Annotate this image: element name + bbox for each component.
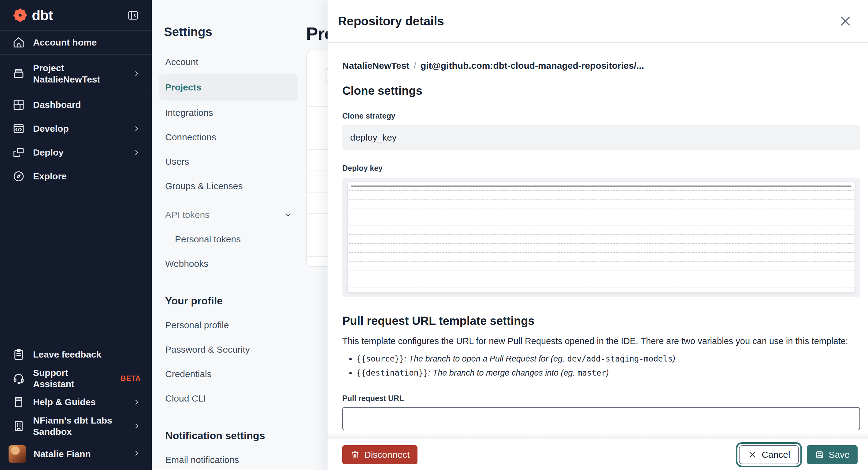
source-example: dev/add-staging-models	[567, 354, 672, 363]
sidebar-item-label: Dashboard	[33, 99, 81, 111]
pr-template-variables: {{source}}: The branch to open a Pull Re…	[346, 352, 860, 380]
chevron-right-icon	[133, 449, 141, 459]
source-desc: The branch to open a Pull Request for (e…	[409, 354, 565, 363]
settings-nav-api-tokens[interactable]: API tokens	[159, 203, 298, 227]
save-label: Save	[829, 449, 850, 460]
destination-var: {{destination}}	[356, 368, 428, 377]
home-icon	[12, 36, 25, 49]
dbt-logo[interactable]: dbt	[12, 7, 53, 24]
destination-example: master	[578, 368, 606, 377]
chevron-right-icon	[133, 398, 141, 406]
sidebar-logo-row: dbt	[0, 0, 152, 31]
sidebar-item-explore[interactable]: Explore	[0, 164, 152, 188]
sidebar-item-deploy[interactable]: Deploy	[0, 141, 152, 164]
headset-icon	[12, 372, 25, 385]
chevron-right-icon	[133, 125, 141, 133]
footer-actions: Cancel Save	[739, 445, 858, 464]
sidebar-user-menu[interactable]: Natalie Fiann	[0, 438, 152, 470]
user-avatar	[8, 445, 26, 463]
disconnect-button[interactable]: Disconnect	[342, 445, 417, 464]
sidebar-item-label: Project NatalieNewTest	[33, 62, 100, 85]
sidebar-item-project[interactable]: Project NatalieNewTest	[0, 55, 152, 93]
chevron-right-icon	[133, 70, 141, 78]
nav-label: Personal tokens	[175, 234, 241, 244]
breadcrumb-repo: git@github.com:dbt-cloud-managed-reposit…	[421, 61, 644, 71]
nav-label: Account	[165, 57, 198, 67]
settings-nav-email-notifications[interactable]: Email notifications	[159, 448, 298, 470]
nav-label: Personal profile	[165, 320, 229, 330]
settings-nav-webhooks[interactable]: Webhooks	[159, 251, 298, 276]
nav-label: Password & Security	[165, 344, 250, 355]
close-button[interactable]	[839, 14, 852, 28]
dashboard-icon	[12, 98, 25, 111]
nav-label: Connections	[165, 132, 216, 142]
settings-nav-credentials[interactable]: Credentials	[159, 362, 298, 386]
disconnect-label: Disconnect	[364, 449, 409, 460]
settings-nav-connections[interactable]: Connections	[159, 125, 298, 149]
repository-details-panel: Repository details NatalieNewTest/git@gi…	[328, 0, 868, 470]
deploy-key-label: Deploy key	[342, 164, 860, 173]
pull-request-url-input[interactable]	[342, 407, 860, 430]
deploy-key-redacted-image	[348, 182, 855, 293]
deploy-windows-icon	[12, 146, 25, 159]
nav-label: Webhooks	[165, 259, 208, 269]
sidebar-item-account-sandbox[interactable]: NFiann's dbt Labs Sandbox	[0, 414, 152, 438]
settings-nav-password-security[interactable]: Password & Security	[159, 337, 298, 362]
panel-body: NatalieNewTest/git@github.com:dbt-cloud-…	[328, 43, 868, 439]
deploy-key-redacted-line	[351, 186, 851, 187]
nav-label: API tokens	[165, 210, 210, 220]
settings-heading: Settings	[164, 25, 317, 39]
sidebar-item-label: Help & Guides	[33, 396, 96, 408]
nav-label: Cloud CLI	[165, 393, 206, 404]
nav-label: Integrations	[165, 108, 213, 118]
save-button[interactable]: Save	[807, 445, 858, 464]
close-icon	[747, 450, 757, 460]
clone-strategy-label: Clone strategy	[342, 111, 860, 121]
your-profile-heading: Your profile	[165, 295, 317, 307]
sidebar-item-help-guides[interactable]: Help & Guides	[0, 390, 152, 414]
pr-variable-destination: {{destination}}: The branch to merge cha…	[356, 366, 860, 380]
cancel-button[interactable]: Cancel	[739, 445, 799, 464]
sidebar-item-label: NFiann's dbt Labs Sandbox	[33, 415, 125, 438]
dbt-star-icon	[12, 7, 28, 23]
user-name: Natalie Fiann	[34, 449, 91, 459]
nav-label: Projects	[165, 82, 201, 93]
clone-strategy-text: deploy_key	[350, 132, 397, 143]
colon: :	[404, 354, 407, 363]
sidebar-item-support-assistant[interactable]: Support Assistant BETA	[0, 366, 152, 390]
app-sidebar: dbt Account home Project NatalieNewTest	[0, 0, 152, 470]
clone-strategy-value: deploy_key	[342, 125, 860, 150]
sidebar-item-label: Account home	[33, 37, 97, 48]
panel-footer: Disconnect Cancel Save	[328, 439, 868, 470]
pr-template-heading: Pull request URL template settings	[342, 314, 860, 328]
colon: :	[428, 368, 431, 377]
settings-nav-integrations[interactable]: Integrations	[159, 101, 298, 125]
settings-nav-personal-tokens[interactable]: Personal tokens	[159, 227, 298, 251]
sidebar-item-account-home[interactable]: Account home	[0, 31, 152, 55]
settings-nav-projects[interactable]: Projects	[159, 74, 298, 101]
pr-variable-source: {{source}}: The branch to open a Pull Re…	[356, 352, 860, 366]
deploy-key-box	[342, 177, 860, 297]
sidebar-spacer	[0, 188, 152, 343]
cancel-label: Cancel	[762, 449, 790, 460]
breadcrumb-project[interactable]: NatalieNewTest	[342, 61, 409, 71]
notification-settings-heading: Notification settings	[165, 430, 317, 442]
settings-nav-users[interactable]: Users	[159, 149, 298, 174]
sidebar-item-label: Deploy	[33, 147, 64, 158]
close-icon	[839, 14, 852, 28]
pull-request-url-label: Pull request URL	[342, 394, 860, 403]
settings-nav-groups-licenses[interactable]: Groups & Licenses	[159, 174, 298, 198]
sidebar-item-label: Support Assistant	[33, 367, 107, 390]
breadcrumb-separator: /	[414, 61, 416, 71]
settings-nav-personal-profile[interactable]: Personal profile	[159, 313, 298, 337]
sidebar-item-develop[interactable]: Develop	[0, 117, 152, 141]
save-floppy-icon	[815, 450, 825, 460]
collapse-sidebar-button[interactable]	[127, 9, 140, 21]
sidebar-item-leave-feedback[interactable]: Leave feedback	[0, 343, 152, 366]
sidebar-item-dashboard[interactable]: Dashboard	[0, 93, 152, 117]
settings-nav-account[interactable]: Account	[159, 50, 298, 74]
settings-nav-cloud-cli[interactable]: Cloud CLI	[159, 386, 298, 411]
breadcrumb: NatalieNewTest/git@github.com:dbt-cloud-…	[342, 61, 860, 71]
source-var: {{source}}	[356, 354, 404, 363]
settings-nav: Settings Account Projects Integrations C…	[164, 0, 317, 470]
